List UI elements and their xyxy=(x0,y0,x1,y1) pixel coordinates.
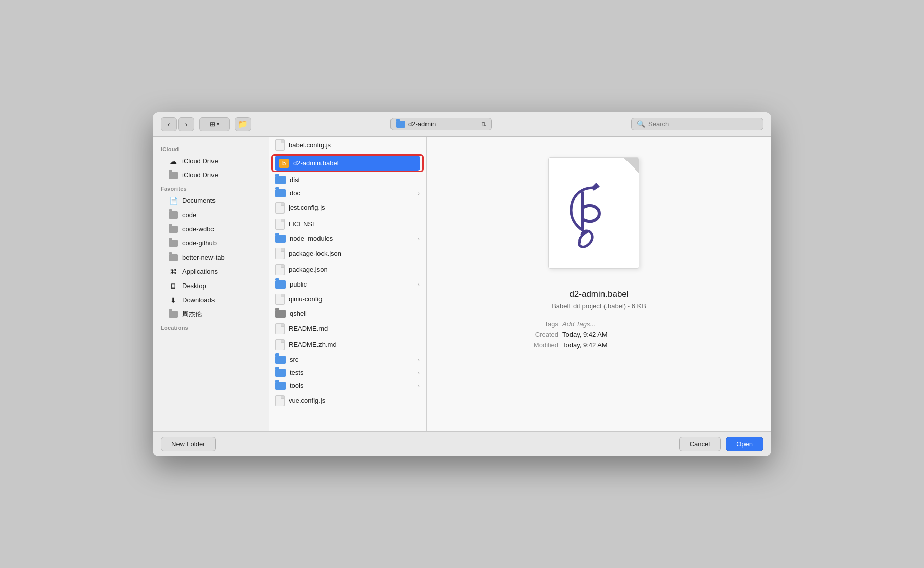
list-item[interactable]: dist xyxy=(269,173,426,187)
list-item[interactable]: README.zh.md xyxy=(269,337,426,353)
desktop-icon: 🖥 xyxy=(169,281,178,291)
new-folder-toolbar-button[interactable]: 📁 xyxy=(235,117,251,131)
sidebar-section-icloud: iCloud xyxy=(153,143,269,154)
sidebar-label: better-new-tab xyxy=(182,254,225,261)
file-name: node_modules xyxy=(290,235,333,242)
list-item[interactable]: babel.config.js xyxy=(269,137,426,153)
file-name: public xyxy=(290,280,307,288)
list-item[interactable]: public › xyxy=(269,278,426,291)
sidebar-item-downloads[interactable]: ⬇ Downloads xyxy=(156,293,266,307)
modified-label: Modified xyxy=(518,341,558,349)
sidebar: iCloud ☁ iCloud Drive iCloud Drive Favor… xyxy=(153,137,269,431)
cancel-button[interactable]: Cancel xyxy=(679,437,721,451)
search-bar[interactable]: 🔍 xyxy=(631,118,763,130)
list-item[interactable]: jest.config.js xyxy=(269,200,426,216)
file-name: tools xyxy=(290,382,303,389)
sidebar-item-code-github[interactable]: code-github xyxy=(156,236,266,251)
meta-row-created: Created Today, 9:42 AM xyxy=(518,331,680,338)
sidebar-item-icloud-drive-2[interactable]: iCloud Drive xyxy=(156,168,266,183)
toolbar: ‹ › ⊞ ▾ 📁 d2-admin ⇅ 🔍 xyxy=(153,112,771,137)
file-name: README.zh.md xyxy=(289,341,337,348)
file-name: README.md xyxy=(289,325,328,332)
list-item[interactable]: qiniu-config xyxy=(269,291,426,307)
applications-icon: ⌘ xyxy=(169,267,178,276)
list-item[interactable]: README.md xyxy=(269,321,426,337)
open-button[interactable]: Open xyxy=(726,437,763,451)
file-name: doc xyxy=(290,189,300,197)
list-item[interactable]: package.json xyxy=(269,262,426,278)
babel-file-icon: b xyxy=(279,158,289,168)
selected-file-highlight: b d2-admin.babel xyxy=(271,154,424,172)
folder-icon xyxy=(169,171,178,180)
sidebar-item-better-new-tab[interactable]: better-new-tab xyxy=(156,251,266,265)
list-item[interactable]: package-lock.json xyxy=(269,245,426,262)
file-name: d2-admin.babel xyxy=(293,159,339,167)
sidebar-item-zhou[interactable]: 周杰伦 xyxy=(156,307,266,322)
file-icon xyxy=(275,395,285,406)
sidebar-label: iCloud Drive xyxy=(182,157,218,165)
new-folder-button[interactable]: New Folder xyxy=(161,437,216,451)
sidebar-section-favorites: Favorites xyxy=(153,183,269,194)
folder-icon xyxy=(169,239,178,248)
list-item[interactable]: LICENSE xyxy=(269,216,426,232)
chevron-right-icon: › xyxy=(418,190,420,196)
tags-value[interactable]: Add Tags... xyxy=(562,320,595,328)
file-name: LICENSE xyxy=(289,220,317,228)
view-toggle-button[interactable]: ⊞ ▾ xyxy=(199,117,230,131)
sidebar-item-desktop[interactable]: 🖥 Desktop xyxy=(156,279,266,293)
chevron-down-icon: ▾ xyxy=(217,121,219,127)
chevron-right-icon: › xyxy=(418,383,420,389)
folder-icon xyxy=(275,382,286,390)
list-item-selected[interactable]: b d2-admin.babel xyxy=(275,156,420,171)
file-name: jest.config.js xyxy=(289,204,325,211)
preview-filename: d2-admin.babel xyxy=(569,289,628,299)
sidebar-item-documents[interactable]: 📄 Documents xyxy=(156,194,266,208)
view-grid-icon: ⊞ xyxy=(210,121,215,128)
meta-row-modified: Modified Today, 9:42 AM xyxy=(518,341,680,349)
sidebar-item-code[interactable]: code xyxy=(156,208,266,222)
sidebar-label: iCloud Drive xyxy=(182,171,218,179)
list-item[interactable]: node_modules › xyxy=(269,232,426,245)
dialog-body: iCloud ☁ iCloud Drive iCloud Drive Favor… xyxy=(153,137,771,431)
documents-icon: 📄 xyxy=(169,196,178,205)
sidebar-section-locations: Locations xyxy=(153,322,269,333)
finder-dialog: ‹ › ⊞ ▾ 📁 d2-admin ⇅ 🔍 iCloud xyxy=(153,112,771,456)
search-input[interactable] xyxy=(648,120,758,128)
meta-row-tags: Tags Add Tags... xyxy=(518,320,680,328)
sidebar-item-code-wdbc[interactable]: code-wdbc xyxy=(156,222,266,236)
list-item[interactable]: tests › xyxy=(269,366,426,379)
file-icon xyxy=(275,219,285,230)
chevron-right-icon: › xyxy=(418,236,420,242)
sidebar-label: Documents xyxy=(182,197,216,204)
sidebar-item-applications[interactable]: ⌘ Applications xyxy=(156,265,266,279)
list-item[interactable]: vue.config.js xyxy=(269,393,426,409)
folder-icon xyxy=(169,225,178,234)
folder-icon xyxy=(275,280,286,289)
list-item[interactable]: src › xyxy=(269,353,426,366)
back-button[interactable]: ‹ xyxy=(161,117,177,131)
modified-value: Today, 9:42 AM xyxy=(562,341,608,349)
location-name: d2-admin xyxy=(408,120,436,128)
location-selector[interactable]: d2-admin ⇅ xyxy=(390,118,492,130)
sidebar-label: code xyxy=(182,211,196,219)
list-item[interactable]: doc › xyxy=(269,187,426,200)
file-name: qiniu-config xyxy=(289,295,323,303)
folder-icon xyxy=(275,176,286,184)
folder-icon xyxy=(169,310,178,319)
file-icon xyxy=(275,339,285,350)
sidebar-item-icloud-drive-1[interactable]: ☁ iCloud Drive xyxy=(156,154,266,168)
preview-paper xyxy=(548,157,639,269)
sidebar-label: 周杰伦 xyxy=(182,310,202,319)
preview-filetype: BabelEdit project (.babel) - 6 KB xyxy=(552,302,646,310)
list-item[interactable]: qshell xyxy=(269,307,426,321)
preview-file-icon xyxy=(548,157,650,279)
nav-buttons: ‹ › xyxy=(161,117,194,131)
file-list: babel.config.js b d2-admin.babel d xyxy=(269,137,427,431)
file-icon xyxy=(275,264,285,275)
forward-button[interactable]: › xyxy=(178,117,194,131)
list-item[interactable]: tools › xyxy=(269,379,426,393)
chevron-right-icon: › xyxy=(418,357,420,363)
created-value: Today, 9:42 AM xyxy=(562,331,608,338)
bottom-right-buttons: Cancel Open xyxy=(679,437,763,451)
file-name: vue.config.js xyxy=(289,397,325,404)
